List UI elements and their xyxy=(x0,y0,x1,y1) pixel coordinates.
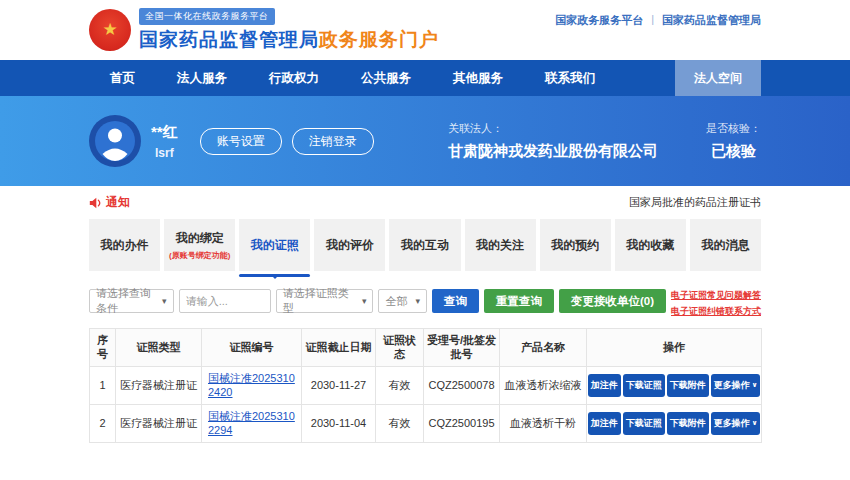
download-cert-button[interactable]: 下载证照 xyxy=(623,374,665,397)
download-cert-button[interactable]: 下载证照 xyxy=(623,412,665,435)
cert-correction-contact-link[interactable]: 电子证照纠错联系方式 xyxy=(671,305,761,318)
add-annotation-button[interactable]: 加注件 xyxy=(588,374,621,397)
cell-status: 有效 xyxy=(376,366,424,404)
chevron-down-icon: ▾ xyxy=(362,296,367,306)
nav-item-legal-space[interactable]: 法人空间 xyxy=(675,60,761,96)
account-settings-button[interactable]: 账号设置 xyxy=(200,128,282,155)
cell-actions: 加注件 下载证照 下载附件 更多操作 ∨ xyxy=(587,404,762,442)
download-attachment-button[interactable]: 下载附件 xyxy=(667,412,709,435)
site-logo: ★ 全国一体化在线政务服务平台 国家药品监督管理局政务服务门户 xyxy=(89,8,439,53)
query-button[interactable]: 查询 xyxy=(432,289,479,313)
query-condition-select[interactable]: 请选择查询条件 ▾ xyxy=(89,289,174,313)
col-header-status: 证照状态 xyxy=(376,329,424,367)
col-header-actions: 操作 xyxy=(587,329,762,367)
notice-marquee-text[interactable]: 国家局批准的药品注册证书 xyxy=(629,195,761,210)
tab-my-certificates[interactable]: 我的证照 xyxy=(239,219,310,271)
notice-row: 通知 国家局批准的药品注册证书 xyxy=(0,186,850,211)
speaker-icon xyxy=(89,197,102,209)
filter-row: 请选择查询条件 ▾ 请选择证照类型 ▾ 全部 ▾ 查询 重置查询 变更接收单位(… xyxy=(0,289,850,318)
nav-item-admin-power[interactable]: 行政权力 xyxy=(248,60,340,96)
chevron-down-icon: ∨ xyxy=(752,419,758,427)
nav-item-public-services[interactable]: 公共服务 xyxy=(340,60,432,96)
cell-expiry-date: 2030-11-27 xyxy=(302,366,376,404)
query-keyword-input[interactable] xyxy=(179,289,271,313)
status-select[interactable]: 全部 ▾ xyxy=(378,289,427,313)
certificate-type-select[interactable]: 请选择证照类型 ▾ xyxy=(276,289,374,313)
user-banner: **红 lsrf 账号设置 注销登录 关联法人： 甘肃陇神戎发药业股份有限公司 … xyxy=(0,96,850,186)
chevron-down-icon: ▾ xyxy=(162,296,167,306)
cell-receipt-number: CQZ2500078 xyxy=(424,366,500,404)
tabs-bar: 我的办件 我的绑定 (原账号绑定功能) 我的证照 我的评价 我的互动 我的关注 … xyxy=(0,219,850,271)
more-actions-button[interactable]: 更多操作 ∨ xyxy=(711,374,761,397)
table-row: 1 医疗器械注册证 国械注准20253102420 2030-11-27 有效 … xyxy=(90,366,762,404)
download-attachment-button[interactable]: 下载附件 xyxy=(667,374,709,397)
nav-item-contact-us[interactable]: 联系我们 xyxy=(524,60,616,96)
change-receiver-button[interactable]: 变更接收单位(0) xyxy=(559,289,666,313)
user-avatar xyxy=(89,115,141,167)
tab-my-favorites[interactable]: 我的收藏 xyxy=(615,219,686,271)
tab-my-items[interactable]: 我的办件 xyxy=(89,219,160,271)
main-nav: 首页 法人服务 行政权力 公共服务 其他服务 联系我们 法人空间 xyxy=(0,60,850,96)
more-actions-button[interactable]: 更多操作 ∨ xyxy=(711,412,761,435)
top-link-gov-platform[interactable]: 国家政务服务平台 xyxy=(555,13,643,28)
certificates-table: 序号 证照类型 证照编号 证照截止日期 证照状态 受理号/批签发批号 产品名称 … xyxy=(89,328,762,443)
tab-my-appointments[interactable]: 我的预约 xyxy=(540,219,611,271)
star-icon: ★ xyxy=(102,21,117,38)
top-header: ★ 全国一体化在线政务服务平台 国家药品监督管理局政务服务门户 国家政务服务平台… xyxy=(0,0,850,60)
site-title-sub: 政务服务门户 xyxy=(319,29,439,50)
col-header-expiry-date: 证照截止日期 xyxy=(302,329,376,367)
table-header-row: 序号 证照类型 证照编号 证照截止日期 证照状态 受理号/批签发批号 产品名称 … xyxy=(90,329,762,367)
cert-faq-link[interactable]: 电子证照常见问题解答 xyxy=(671,289,761,302)
cell-cert-number: 国械注准20253102420 xyxy=(202,366,302,404)
user-name-sub: lsrf xyxy=(151,146,178,160)
cell-no: 2 xyxy=(90,404,116,442)
user-name: **红 xyxy=(151,123,178,142)
cert-number-link[interactable]: 国械注准20253102420 xyxy=(208,371,299,400)
nav-item-other-services[interactable]: 其他服务 xyxy=(432,60,524,96)
top-link-divider: | xyxy=(651,13,654,28)
cell-expiry-date: 2030-11-04 xyxy=(302,404,376,442)
cell-cert-type: 医疗器械注册证 xyxy=(116,404,202,442)
national-emblem-icon: ★ xyxy=(89,9,131,51)
cell-status: 有效 xyxy=(376,404,424,442)
platform-badge: 全国一体化在线政务服务平台 xyxy=(139,8,275,25)
cell-actions: 加注件 下载证照 下载附件 更多操作 ∨ xyxy=(587,366,762,404)
related-legal-label: 关联法人： xyxy=(448,121,658,136)
cell-receipt-number: CQZ2500195 xyxy=(424,404,500,442)
notice-label: 通知 xyxy=(106,194,130,211)
add-annotation-button[interactable]: 加注件 xyxy=(588,412,621,435)
top-links: 国家政务服务平台 | 国家药品监督管理局 xyxy=(555,0,761,28)
col-header-no: 序号 xyxy=(90,329,116,367)
cell-cert-type: 医疗器械注册证 xyxy=(116,366,202,404)
site-title-main: 国家药品监督管理局 xyxy=(139,29,319,50)
top-link-nmpa[interactable]: 国家药品监督管理局 xyxy=(662,13,761,28)
verify-label: 是否核验： xyxy=(706,121,761,136)
col-header-product-name: 产品名称 xyxy=(500,329,587,367)
tab-my-binding[interactable]: 我的绑定 (原账号绑定功能) xyxy=(164,219,235,271)
site-title: 国家药品监督管理局政务服务门户 xyxy=(139,27,439,53)
logout-button[interactable]: 注销登录 xyxy=(292,128,374,155)
reset-query-button[interactable]: 重置查询 xyxy=(484,289,554,313)
chevron-down-icon: ▾ xyxy=(415,296,420,306)
cell-product-name: 血液透析干粉 xyxy=(500,404,587,442)
active-tab-pointer xyxy=(271,275,279,283)
tab-my-binding-subnote: (原账号绑定功能) xyxy=(169,250,230,261)
company-name: 甘肃陇神戎发药业股份有限公司 xyxy=(448,142,658,161)
certificates-table-wrap: 序号 证照类型 证照编号 证照截止日期 证照状态 受理号/批签发批号 产品名称 … xyxy=(0,328,850,443)
nav-item-legal-services[interactable]: 法人服务 xyxy=(156,60,248,96)
tab-my-interactions[interactable]: 我的互动 xyxy=(389,219,460,271)
nav-item-home[interactable]: 首页 xyxy=(89,60,156,96)
cert-number-link[interactable]: 国械注准20253102294 xyxy=(208,409,299,438)
table-row: 2 医疗器械注册证 国械注准20253102294 2030-11-04 有效 … xyxy=(90,404,762,442)
cell-product-name: 血液透析浓缩液 xyxy=(500,366,587,404)
col-header-receipt-number: 受理号/批签发批号 xyxy=(424,329,500,367)
cell-no: 1 xyxy=(90,366,116,404)
tab-my-follows[interactable]: 我的关注 xyxy=(465,219,536,271)
tab-my-messages[interactable]: 我的消息 xyxy=(690,219,761,271)
chevron-down-icon: ∨ xyxy=(752,381,758,389)
col-header-cert-type: 证照类型 xyxy=(116,329,202,367)
col-header-cert-number: 证照编号 xyxy=(202,329,302,367)
cell-cert-number: 国械注准20253102294 xyxy=(202,404,302,442)
verify-status: 已核验 xyxy=(706,142,761,161)
tab-my-reviews[interactable]: 我的评价 xyxy=(314,219,385,271)
